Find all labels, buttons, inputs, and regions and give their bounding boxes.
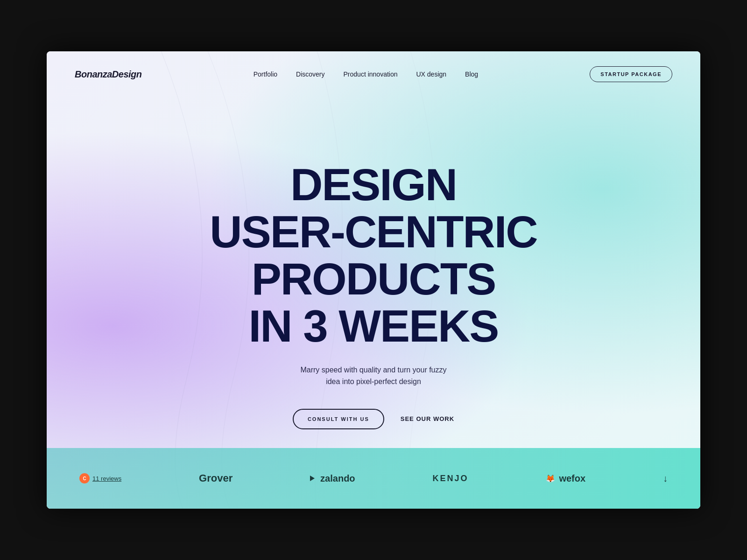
startup-package-button[interactable]: STARTUP PACKAGE bbox=[590, 66, 672, 82]
reviews-icon: C bbox=[79, 473, 90, 483]
reviews-item[interactable]: C 11 reviews bbox=[79, 473, 121, 483]
wefox-icon: 🦊 bbox=[546, 474, 555, 483]
kenjo-label: KENJO bbox=[432, 474, 468, 483]
hero-actions: CONSULT WITH US SEE OUR WORK bbox=[293, 409, 454, 429]
consult-button[interactable]: CONSULT WITH US bbox=[293, 409, 384, 429]
hero-title-line2: USER-CENTRIC bbox=[210, 207, 537, 257]
hero-title-line3: PRODUCTS bbox=[252, 254, 496, 304]
grover-logo: Grover bbox=[199, 472, 233, 484]
nav-ux-design[interactable]: UX design bbox=[416, 70, 447, 78]
hero-section: DESIGN USER-CENTRIC PRODUCTS IN 3 WEEKS … bbox=[47, 82, 700, 509]
logos-bar: C 11 reviews Grover zalando KENJO 🦊 wefo… bbox=[47, 448, 700, 509]
arrow-label: ↓ bbox=[663, 473, 668, 483]
hero-title: DESIGN USER-CENTRIC PRODUCTS IN 3 WEEKS bbox=[210, 161, 537, 350]
nav-blog[interactable]: Blog bbox=[465, 70, 478, 78]
wefox-logo: 🦊 wefox bbox=[546, 473, 585, 484]
page-content: BonanzaDesign Portfolio Discovery Produc… bbox=[47, 51, 700, 509]
screen-wrapper: BonanzaDesign Portfolio Discovery Produc… bbox=[47, 51, 700, 509]
nav-product-innovation[interactable]: Product innovation bbox=[344, 70, 398, 78]
hero-title-line4: IN 3 WEEKS bbox=[249, 301, 499, 351]
brand-logo: BonanzaDesign bbox=[75, 69, 142, 80]
wefox-label: wefox bbox=[559, 473, 585, 484]
scroll-down-arrow[interactable]: ↓ bbox=[663, 473, 668, 484]
nav-links: Portfolio Discovery Product innovation U… bbox=[254, 70, 478, 78]
zalando-label: zalando bbox=[320, 473, 355, 484]
grover-label: Grover bbox=[199, 472, 233, 484]
reviews-text: 11 reviews bbox=[92, 475, 121, 482]
zalando-logo: zalando bbox=[310, 473, 355, 484]
kenjo-logo: KENJO bbox=[432, 474, 468, 483]
nav-discovery[interactable]: Discovery bbox=[296, 70, 324, 78]
hero-subtitle: Marry speed with quality and turn your f… bbox=[294, 364, 453, 388]
zalando-play-icon bbox=[310, 476, 315, 481]
hero-title-line1: DESIGN bbox=[290, 160, 457, 210]
reviews-icon-letter: C bbox=[83, 476, 86, 481]
nav-portfolio[interactable]: Portfolio bbox=[254, 70, 277, 78]
see-work-link[interactable]: SEE OUR WORK bbox=[401, 415, 454, 422]
